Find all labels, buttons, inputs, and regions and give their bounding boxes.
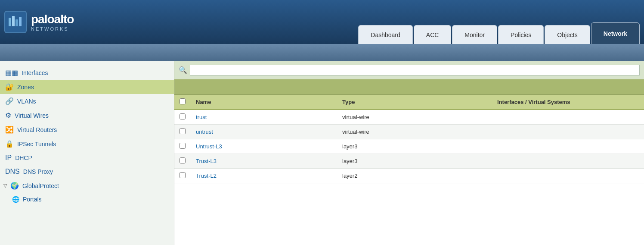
brand-name: paloalto	[31, 13, 74, 26]
sidebar-item-globalprotect[interactable]: ▽🌍GlobalProtect	[0, 179, 174, 193]
search-icon: 🔍	[179, 66, 187, 74]
table-row: Untrust-L3 layer3	[174, 139, 644, 154]
nav-tab-monitor[interactable]: Monitor	[452, 25, 497, 44]
row-checkbox-cell-1	[174, 125, 191, 139]
data-table: Name Type Interfaces / Virtual Systems	[174, 95, 644, 245]
brand-sub: NETWORKS	[31, 26, 74, 31]
logo-text: paloalto NETWORKS	[31, 13, 74, 31]
arrow-icon: ▽	[3, 183, 7, 188]
sidebar-item-vlans[interactable]: 🔗VLANs	[0, 94, 174, 108]
row-name-2[interactable]: Untrust-L3	[191, 139, 337, 154]
content-area: 🔍 Name Type	[174, 61, 644, 245]
row-checkbox-cell-0	[174, 110, 191, 125]
row-checkbox-4[interactable]	[180, 172, 186, 178]
sidebar-item-ipsec-tunnels[interactable]: 🔒IPSec Tunnels	[0, 137, 174, 151]
svg-rect-0	[9, 18, 11, 26]
row-name-1[interactable]: untrust	[191, 125, 337, 139]
virtual-wires-icon: ⚙	[5, 111, 11, 119]
row-interfaces-2	[492, 139, 644, 154]
row-type-2: layer3	[337, 139, 492, 154]
logo-icon	[4, 11, 27, 33]
nav-tabs: DashboardACCMonitorPoliciesObjectsNetwor…	[358, 0, 640, 44]
header-checkbox-cell	[174, 95, 191, 110]
sidebar-item-portals[interactable]: 🌐Portals	[0, 193, 174, 206]
nav-tab-policies[interactable]: Policies	[498, 25, 544, 44]
nav-tab-acc[interactable]: ACC	[414, 25, 452, 44]
main-layout: ▦▦Interfaces🔐Zones🔗VLANs⚙Virtual Wires🔀V…	[0, 61, 644, 245]
header-type: Type	[337, 95, 492, 110]
row-type-4: layer2	[337, 169, 492, 183]
sidebar-label-portals: Portals	[23, 196, 42, 203]
header-name: Name	[191, 95, 337, 110]
header-interfaces: Interfaces / Virtual Systems	[492, 95, 644, 110]
nav-tab-objects[interactable]: Objects	[545, 25, 590, 44]
row-name-4[interactable]: Trust-L2	[191, 169, 337, 183]
search-bar: 🔍	[174, 61, 644, 79]
row-type-0: virtual-wire	[337, 110, 492, 125]
dhcp-icon: IP	[5, 154, 12, 162]
sidebar-item-interfaces[interactable]: ▦▦Interfaces	[0, 66, 174, 80]
row-interfaces-3	[492, 154, 644, 169]
dns-proxy-icon: DNS	[5, 168, 20, 176]
globalprotect-icon: 🌍	[10, 182, 19, 190]
sidebar-label-vlans: VLANs	[17, 98, 36, 105]
sidebar: ▦▦Interfaces🔐Zones🔗VLANs⚙Virtual Wires🔀V…	[0, 61, 174, 245]
row-checkbox-3[interactable]	[180, 157, 186, 163]
row-interfaces-0	[492, 110, 644, 125]
row-checkbox-cell-3	[174, 154, 191, 169]
sidebar-label-virtual-wires: Virtual Wires	[15, 112, 49, 119]
zones-table: Name Type Interfaces / Virtual Systems	[174, 95, 644, 183]
sidebar-label-dhcp: DHCP	[15, 154, 32, 161]
table-header: Name Type Interfaces / Virtual Systems	[174, 95, 644, 110]
table-toolbar	[174, 79, 644, 95]
zones-icon: 🔐	[5, 83, 14, 91]
sidebar-label-interfaces: Interfaces	[22, 69, 48, 76]
row-checkbox-2[interactable]	[180, 143, 186, 149]
table-row: untrust virtual-wire	[174, 125, 644, 139]
virtual-routers-icon: 🔀	[5, 126, 14, 134]
row-checkbox-cell-2	[174, 139, 191, 154]
sidebar-item-virtual-routers[interactable]: 🔀Virtual Routers	[0, 122, 174, 137]
header-row: Name Type Interfaces / Virtual Systems	[174, 95, 644, 110]
portals-icon: 🌐	[12, 196, 19, 203]
svg-rect-1	[12, 16, 15, 26]
row-checkbox-cell-4	[174, 169, 191, 183]
row-interfaces-1	[492, 125, 644, 139]
svg-rect-2	[15, 19, 18, 26]
table-row: trust virtual-wire	[174, 110, 644, 125]
select-all-checkbox[interactable]	[180, 98, 186, 104]
sidebar-item-dhcp[interactable]: IPDHCP	[0, 151, 174, 165]
table-row: Trust-L3 layer3	[174, 154, 644, 169]
sidebar-label-zones: Zones	[17, 84, 34, 91]
row-interfaces-4	[492, 169, 644, 183]
row-name-3[interactable]: Trust-L3	[191, 154, 337, 169]
interfaces-icon: ▦▦	[5, 69, 18, 77]
header: paloalto NETWORKS DashboardACCMonitorPol…	[0, 0, 644, 44]
sidebar-item-zones[interactable]: 🔐Zones	[0, 80, 174, 94]
sidebar-label-dns-proxy: DNS Proxy	[23, 168, 53, 175]
search-input[interactable]	[190, 65, 640, 75]
row-checkbox-1[interactable]	[180, 128, 186, 134]
sidebar-label-ipsec-tunnels: IPSec Tunnels	[17, 141, 56, 148]
nav-tab-network[interactable]: Network	[591, 22, 640, 44]
ipsec-tunnels-icon: 🔒	[5, 140, 14, 148]
sidebar-label-virtual-routers: Virtual Routers	[17, 126, 57, 133]
sidebar-label-globalprotect: GlobalProtect	[22, 182, 59, 189]
nav-tab-dashboard[interactable]: Dashboard	[358, 25, 413, 44]
svg-rect-3	[19, 17, 22, 26]
table-row: Trust-L2 layer2	[174, 169, 644, 183]
row-checkbox-0[interactable]	[180, 113, 186, 119]
sidebar-item-virtual-wires[interactable]: ⚙Virtual Wires	[0, 108, 174, 122]
row-name-0[interactable]: trust	[191, 110, 337, 125]
row-type-1: virtual-wire	[337, 125, 492, 139]
row-type-3: layer3	[337, 154, 492, 169]
table-body: trust virtual-wire untrust virtual-wire …	[174, 110, 644, 183]
logo-area: paloalto NETWORKS	[4, 11, 138, 33]
sidebar-item-dns-proxy[interactable]: DNSDNS Proxy	[0, 165, 174, 179]
vlans-icon: 🔗	[5, 97, 14, 105]
sub-header	[0, 44, 644, 61]
